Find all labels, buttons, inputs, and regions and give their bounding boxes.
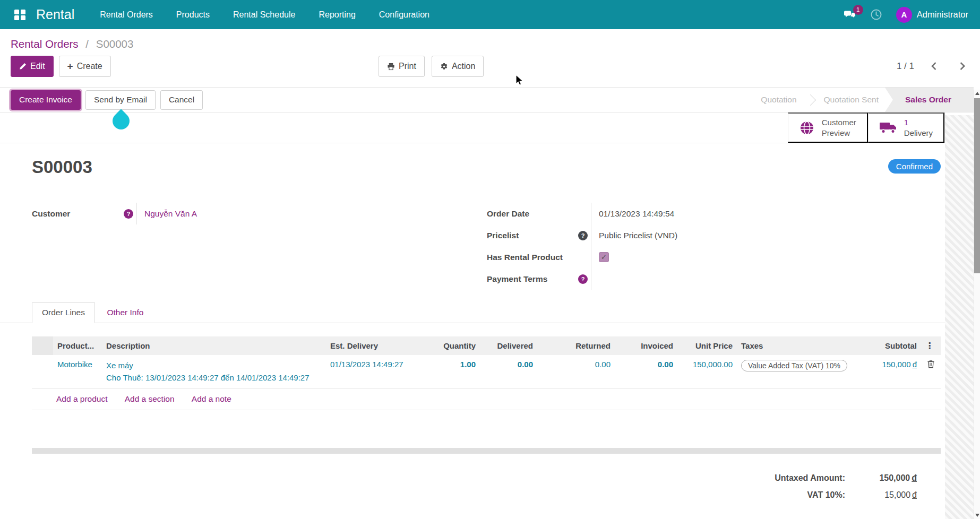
spacer-cell [537,355,552,389]
top-navbar: Rental Rental Orders Products Rental Sch… [0,0,980,29]
breadcrumb: Rental Orders / S00003 [0,29,980,54]
section-divider [32,448,941,454]
add-a-product-link[interactable]: Add a product [56,394,108,403]
messages-menu-button[interactable]: 1 [844,10,856,20]
button-box-band: Customer Preview 1 Delivery [0,113,945,143]
scroll-down-arrow-icon[interactable] [975,514,979,517]
menu-rental-schedule[interactable]: Rental Schedule [233,10,295,20]
onboarding-drop-icon [109,109,133,133]
order-lines-table: Product... Description Est. Delivery Qua… [32,336,941,410]
trash-icon [927,360,935,368]
plus-icon [67,61,73,72]
add-a-note-link[interactable]: Add a note [192,394,231,403]
tab-other-info[interactable]: Other Info [97,303,153,323]
field-customer: Customer Nguyễn Văn A [32,203,487,224]
send-by-email-button[interactable]: Send by Email [85,90,156,110]
main-menu: Rental Orders Products Rental Schedule R… [100,10,429,20]
globe-icon [799,120,815,136]
field-payment-terms: Payment Terms [487,268,941,290]
user-avatar: A [896,7,912,23]
form-statusbar: Create Invoice Send by Email Cancel Quot… [0,87,974,113]
field-order-date: Order Date 01/13/2023 14:49:54 [487,203,941,224]
vertical-scrollbar[interactable] [974,90,980,519]
vat-label: VAT 10%: [807,490,845,500]
help-icon [578,231,588,240]
delivery-smart-button[interactable]: 1 Delivery [868,113,944,143]
column-header-delivered: Delivered [480,336,537,355]
menu-products[interactable]: Products [176,10,210,20]
delete-line-button[interactable] [927,360,935,368]
tax-tag[interactable]: Value Added Tax (VAT) 10% [741,360,847,371]
column-header-description: Description [102,336,326,355]
step-quotation[interactable]: Quotation [754,88,803,112]
pricelist-value: Public Pricelist (VND) [591,231,677,240]
pager-count[interactable]: 1 / 1 [897,61,914,72]
field-has-rental-product: Has Rental Product [487,246,941,268]
pencil-icon [19,63,27,70]
column-header-taxes: Taxes [737,336,849,355]
menu-configuration[interactable]: Configuration [379,10,429,20]
subtotal-cell: 150,000đ [849,355,921,389]
column-header-subtotal: Subtotal [849,336,921,355]
optional-columns-button[interactable] [921,336,941,355]
table-footer-links-row: Add a product Add a section Add a note [32,389,941,410]
edit-button[interactable]: Edit [11,56,54,77]
order-date-value: 01/13/2023 14:49:54 [591,209,674,219]
delivery-count: 1 [904,118,908,127]
untaxed-amount-value: 150,000đ [845,473,941,483]
table-header-row: Product... Description Est. Delivery Qua… [32,336,941,355]
order-line-row[interactable]: Motorbike Xe máy Cho Thuê: 13/01/2023 14… [32,355,941,389]
customer-link[interactable]: Nguyễn Văn A [144,209,197,218]
apps-menu-button[interactable] [12,7,28,23]
add-a-section-link[interactable]: Add a section [125,394,175,403]
cancel-button[interactable]: Cancel [160,90,203,110]
column-header-product: Product... [53,336,102,355]
action-button[interactable]: Action [432,56,484,77]
tab-order-lines[interactable]: Order Lines [32,302,95,323]
column-header-spacer [537,336,552,355]
column-header-quantity: Quantity [422,336,480,355]
print-button[interactable]: Print [379,56,425,77]
step-quotation-sent[interactable]: Quotation Sent [818,88,885,112]
column-header-est-delivery: Est. Delivery [326,336,422,355]
user-menu-button[interactable]: A Administrator [896,7,968,23]
step-chevron-icon [804,94,815,105]
pager-next-button[interactable] [956,60,966,73]
product-link[interactable]: Motorbike [57,360,92,369]
has-rental-product-checkbox[interactable] [599,252,609,262]
chevron-left-icon [931,62,940,70]
est-delivery-cell: 01/13/2023 14:49:27 [326,355,422,389]
delivered-cell: 0.00 [480,355,537,389]
step-sales-order[interactable]: Sales Order [885,88,974,112]
scrollbar-thumb[interactable] [974,98,980,273]
menu-rental-orders[interactable]: Rental Orders [100,10,153,20]
user-name-label: Administrator [917,10,968,20]
create-invoice-button[interactable]: Create Invoice [11,90,81,110]
breadcrumb-parent-link[interactable]: Rental Orders [11,38,79,50]
column-header-unit-price: Unit Price [677,336,737,355]
unit-price-cell: 150,000.00 [677,355,737,389]
menu-reporting[interactable]: Reporting [319,10,355,20]
control-panel: Edit Create Print Action 1 / 1 [0,56,980,77]
truck-icon [879,121,897,135]
help-icon [578,274,588,284]
column-header-returned: Returned [552,336,615,355]
notebook-tabs: Order Lines Other Info [0,302,980,323]
breadcrumb-current: S00003 [96,38,134,50]
app-brand-link[interactable]: Rental [36,7,74,22]
field-pricelist: Pricelist Public Pricelist (VND) [487,224,941,246]
status-badge: Confirmed [888,159,941,174]
returned-cell: 0.00 [552,355,615,389]
pager-previous-button[interactable] [930,60,940,73]
untaxed-amount-label: Untaxed Amount: [775,473,845,483]
customer-preview-smart-button[interactable]: Customer Preview [788,113,868,143]
row-handle-cell [32,355,53,389]
delivery-label: Delivery [904,128,933,137]
totals-block: Untaxed Amount: 150,000đ VAT 10%: 15,000… [32,470,941,504]
scroll-up-arrow-icon[interactable] [975,92,979,95]
gear-icon [440,63,448,71]
activities-clock-icon[interactable] [870,8,882,21]
invoiced-cell: 0.00 [615,355,677,389]
create-button[interactable]: Create [59,56,111,77]
vat-value: 15,000đ [845,490,941,500]
